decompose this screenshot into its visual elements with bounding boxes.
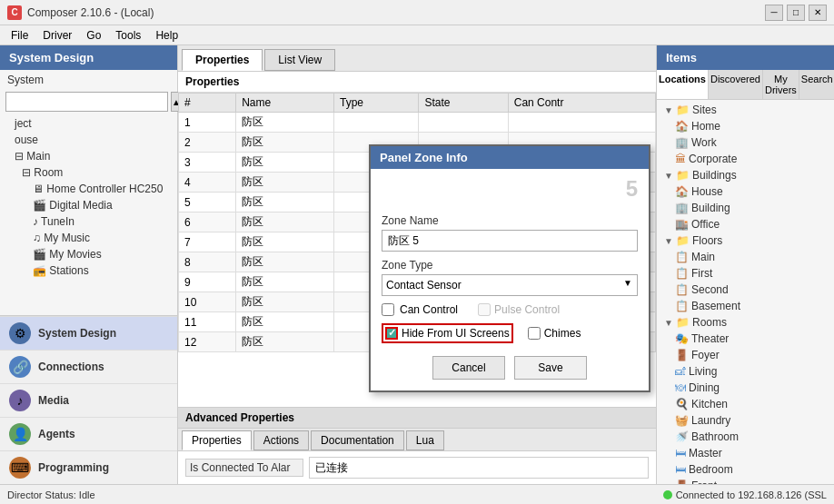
list-item[interactable]: 🎭 Theater (657, 331, 834, 347)
list-item[interactable]: ♪ TuneIn (0, 213, 177, 230)
tab-search[interactable]: Search (799, 70, 834, 99)
list-item[interactable]: 📋 First (657, 265, 834, 282)
media-icon: ♪ (9, 390, 31, 411)
master-icon: 🛏 (675, 447, 686, 460)
pulse-control-label: Pulse Control (494, 303, 560, 316)
nav-label-connections: Connections (38, 361, 104, 373)
list-item[interactable]: ject (0, 115, 177, 132)
advanced-properties: Advanced Properties Properties Actions D… (178, 407, 656, 484)
menu-file[interactable]: File (4, 27, 35, 44)
hide-from-ui-row: Hide From UI Screens Chimes (382, 323, 638, 343)
chimes-checkbox[interactable] (528, 327, 541, 340)
building-icon: 🏢 (675, 202, 689, 214)
close-button[interactable]: ✕ (809, 5, 827, 21)
can-control-checkbox[interactable] (382, 303, 394, 316)
corporate-loc-icon: 🏛 (675, 153, 686, 165)
list-item[interactable]: 🏠 Home (657, 118, 834, 134)
rooms-label: Rooms (692, 316, 727, 329)
list-item[interactable]: 🍳 Kitchen (657, 396, 834, 412)
minimize-button[interactable]: ─ (765, 5, 783, 21)
master-label: Master (689, 447, 722, 460)
list-item[interactable]: 📋 Basement (657, 298, 834, 314)
house-icon: 🏠 (675, 185, 689, 198)
locations-tree: ▼ 📁 Sites 🏠 Home 🏢 Work 🏛 Corporate ▼ 📁 … (657, 100, 834, 484)
system-tree: ject ouse ⊟ Main ⊟ Room 🖥 Home Controlle… (0, 114, 177, 315)
tree-group-rooms[interactable]: ▼ 📁 Rooms (657, 314, 834, 331)
dialog-title-bar: Panel Zone Info (371, 146, 649, 169)
system-search-input[interactable] (5, 92, 168, 112)
col-can-control: Can Contr (508, 94, 655, 113)
list-item[interactable]: 🧺 Laundry (657, 412, 834, 429)
adv-tab-properties[interactable]: Properties (182, 430, 252, 450)
adv-props-header: Advanced Properties (178, 408, 656, 429)
list-item[interactable]: 🎬 Digital Media (0, 197, 177, 213)
status-left-text: Director Status: Idle (7, 489, 95, 500)
nav-system-design[interactable]: ⚙ System Design (0, 316, 177, 350)
nav-media[interactable]: ♪ Media (0, 383, 177, 417)
list-item[interactable]: ♫ My Music (0, 230, 177, 246)
cancel-button[interactable]: Cancel (432, 356, 505, 380)
list-item[interactable]: 🖥 Home Controller HC250 (0, 181, 177, 197)
table-row[interactable]: 1防区 (179, 113, 656, 133)
tree-group-sites[interactable]: ▼ 📁 Sites (657, 102, 834, 118)
tab-my-drivers[interactable]: My Drivers (763, 70, 799, 99)
list-item[interactable]: 🛏 Master (657, 445, 834, 461)
list-item[interactable]: 🛋 Living (657, 363, 834, 380)
menu-tools[interactable]: Tools (108, 27, 148, 44)
nav-programming[interactable]: ⌨ Programming (0, 450, 177, 484)
zone-type-select[interactable]: Contact SensorMotion SensorDoor SensorWi… (382, 274, 638, 296)
list-item[interactable]: 🛏 Bedroom (657, 461, 834, 478)
list-item[interactable]: 🏢 Work (657, 134, 834, 151)
list-item[interactable]: 🏛 Corporate (657, 151, 834, 167)
col-type: Type (333, 94, 418, 113)
tab-properties[interactable]: Properties (182, 49, 263, 71)
adv-tab-lua[interactable]: Lua (406, 430, 444, 450)
left-panel: System Design System ▲ ▼ ↺ ▼ ject ouse ⊟… (0, 45, 178, 484)
center-panel: Properties List View Properties # Name T… (178, 45, 657, 484)
list-item[interactable]: 🎬 My Movies (0, 246, 177, 262)
tab-discovered[interactable]: Discovered (709, 70, 763, 99)
house-label: House (691, 185, 723, 198)
adv-tab-documentation[interactable]: Documentation (311, 430, 404, 450)
tab-list-view[interactable]: List View (264, 49, 335, 71)
list-item[interactable]: 🏢 Building (657, 200, 834, 216)
list-item[interactable]: ⊟ Room (0, 164, 177, 181)
sites-folder-icon: 📁 (676, 104, 690, 116)
menu-driver[interactable]: Driver (35, 27, 79, 44)
list-item[interactable]: 📋 Second (657, 282, 834, 298)
list-item[interactable]: 🏬 Office (657, 216, 834, 232)
nav-label-programming: Programming (38, 461, 109, 474)
list-item[interactable]: ⊟ Main (0, 148, 177, 164)
list-item[interactable]: 📻 Stations (0, 262, 177, 279)
nav-agents[interactable]: 👤 Agents (0, 417, 177, 450)
dining-icon: 🍽 (675, 381, 686, 394)
app-icon: C (7, 5, 22, 20)
adv-tab-actions[interactable]: Actions (253, 430, 309, 450)
list-item[interactable]: 🍽 Dining (657, 380, 834, 396)
list-item[interactable]: 📋 Main (657, 249, 834, 265)
hide-from-ui-checked-icon[interactable] (385, 327, 398, 340)
list-item[interactable]: 🚪 Foyer (657, 347, 834, 363)
list-item[interactable]: 🏠 House (657, 183, 834, 200)
system-design-header: System Design (0, 45, 177, 70)
rooms-folder-icon: 📁 (676, 316, 690, 329)
maximize-button[interactable]: □ (787, 5, 805, 21)
hide-from-ui-label: Hide From UI Screens (402, 327, 510, 340)
dialog-title-text: Panel Zone Info (380, 151, 468, 164)
status-right-text: Connected to 192.168.8.126 (SSL (676, 489, 827, 500)
menu-help[interactable]: Help (148, 27, 185, 44)
tree-group-buildings[interactable]: ▼ 📁 Buildings (657, 167, 834, 183)
list-item[interactable]: ouse (0, 132, 177, 148)
tree-group-floors[interactable]: ▼ 📁 Floors (657, 232, 834, 249)
dialog-buttons: Cancel Save (382, 356, 638, 380)
list-item[interactable]: 🚪 Front (657, 478, 834, 484)
expand-floors-icon: ▼ (664, 236, 673, 246)
right-panel: Items Locations Discovered My Drivers Se… (657, 45, 834, 484)
zone-name-input[interactable] (382, 230, 638, 252)
list-item[interactable]: 🚿 Bathroom (657, 429, 834, 445)
tab-locations[interactable]: Locations (657, 70, 709, 99)
nav-label-system: System Design (38, 327, 116, 340)
nav-connections[interactable]: 🔗 Connections (0, 350, 177, 383)
menu-go[interactable]: Go (79, 27, 108, 44)
save-button[interactable]: Save (514, 356, 587, 380)
